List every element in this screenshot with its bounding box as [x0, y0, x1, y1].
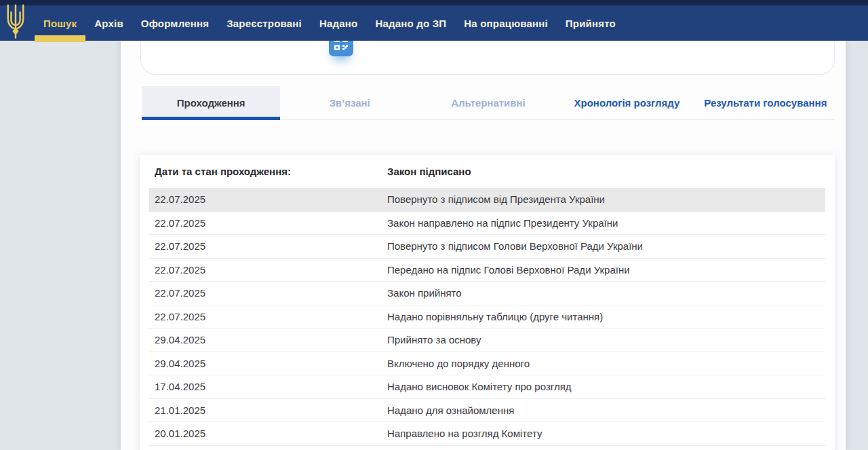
- table-row[interactable]: 29.04.2025Включено до порядку денного: [149, 352, 825, 376]
- table-row[interactable]: 22.07.2025Закон направлено на підпис Пре…: [149, 212, 825, 236]
- nav-item-6[interactable]: На опрацюванні: [455, 5, 557, 41]
- row-status: Закон прийнято: [387, 287, 820, 299]
- row-date: 22.07.2025: [155, 193, 387, 205]
- nav-item-7[interactable]: Прийнято: [557, 5, 625, 41]
- table-row[interactable]: 22.07.2025Закон прийнято: [149, 282, 825, 305]
- nav-item-1[interactable]: Архів: [85, 5, 132, 41]
- row-status: Прийнято за основу: [387, 334, 820, 345]
- nav-item-label: Надано: [319, 18, 357, 29]
- row-date: 22.07.2025: [155, 264, 387, 276]
- tab-label: Альтернативні: [451, 97, 526, 109]
- tab-1[interactable]: Зв’язані: [280, 86, 418, 119]
- table-header-dates: Дати та стан проходження:: [155, 166, 387, 177]
- row-status: Надано порівняльну таблицю (друге читанн…: [387, 311, 820, 322]
- navbar-menu: ПошукАрхівОформленняЗареєстрованіНаданоН…: [35, 5, 625, 41]
- nav-item-label: Зареєстровані: [226, 18, 302, 29]
- table-row[interactable]: 21.01.2025Надано для ознайомлення: [149, 399, 825, 423]
- row-date: 17.04.2025: [155, 381, 387, 392]
- nav-item-2[interactable]: Оформлення: [132, 5, 218, 41]
- row-status: Повернуто з підписом від Президента Укра…: [387, 193, 820, 205]
- table-header-status: Закон підписано: [387, 166, 820, 177]
- table-row[interactable]: 29.04.2025Прийнято за основу: [149, 329, 825, 352]
- tab-4[interactable]: Результати голосування: [696, 86, 835, 119]
- nav-item-0[interactable]: Пошук: [35, 5, 85, 41]
- row-status: Закон направлено на підпис Президенту Ук…: [387, 217, 820, 229]
- tab-label: Проходження: [177, 97, 245, 109]
- nav-item-5[interactable]: Надано до ЗП: [366, 5, 455, 41]
- table-row[interactable]: 22.07.2025Передано на підпис Голові Верх…: [149, 259, 825, 282]
- tab-label: Зв’язані: [329, 97, 370, 109]
- row-status: Передано на підпис Голові Верховної Ради…: [387, 264, 820, 276]
- row-status: Надано висновок Комітету про розгляд: [387, 381, 820, 392]
- active-nav-underline: [35, 35, 85, 42]
- row-date: 22.07.2025: [155, 240, 387, 252]
- tab-label: Хронологія розгляду: [574, 97, 680, 109]
- row-status: Надано для ознайомлення: [387, 405, 820, 416]
- row-date: 29.04.2025: [155, 334, 387, 345]
- tab-3[interactable]: Хронологія розгляду: [557, 86, 696, 119]
- table-row[interactable]: 22.07.2025Повернуто з підписом Голови Ве…: [149, 235, 825, 259]
- row-status: Повернуто з підписом Голови Верховної Ра…: [387, 240, 820, 252]
- tab-0[interactable]: Проходження: [142, 86, 280, 119]
- row-date: 21.01.2025: [155, 405, 387, 416]
- row-status: Включено до порядку денного: [387, 358, 820, 369]
- nav-item-4[interactable]: Надано: [311, 5, 366, 41]
- row-date: 20.01.2025: [155, 428, 387, 439]
- tab-label: Результати голосування: [704, 97, 827, 109]
- row-date: 22.07.2025: [155, 311, 387, 322]
- passage-table: Дати та стан проходження: Закон підписан…: [140, 155, 835, 450]
- table-row[interactable]: 22.07.2025Повернуто з підписом від Прези…: [149, 188, 825, 212]
- nav-item-3[interactable]: Зареєстровані: [218, 5, 311, 41]
- nav-item-label: Архів: [94, 18, 123, 29]
- tab-2[interactable]: Альтернативні: [419, 86, 557, 119]
- nav-item-label: Пошук: [43, 18, 77, 29]
- nav-item-label: Оформлення: [141, 18, 209, 29]
- tab-bar: ПроходженняЗв’язаніАльтернативніХронолог…: [142, 86, 835, 120]
- ukraine-trident-icon[interactable]: [5, 3, 26, 41]
- top-navbar: ПошукАрхівОформленняЗареєстрованіНаданоН…: [0, 0, 868, 41]
- row-date: 22.07.2025: [155, 217, 387, 229]
- row-date: 22.07.2025: [155, 287, 387, 299]
- nav-item-label: Надано до ЗП: [375, 18, 446, 29]
- nav-item-label: На опрацюванні: [464, 18, 548, 29]
- table-row[interactable]: 17.04.2025Надано висновок Комітету про р…: [149, 375, 825, 399]
- table-header: Дати та стан проходження: Закон підписан…: [149, 155, 825, 188]
- table-body: 22.07.2025Повернуто з підписом від Прези…: [149, 188, 825, 446]
- row-status: Направлено на розгляд Комітету: [387, 428, 820, 439]
- row-date: 29.04.2025: [155, 358, 387, 369]
- table-row[interactable]: 22.07.2025Надано порівняльну таблицю (др…: [149, 305, 825, 329]
- table-row[interactable]: 20.01.2025Направлено на розгляд Комітету: [149, 422, 825, 446]
- active-tab-underline: [142, 117, 280, 120]
- nav-item-label: Прийнято: [566, 18, 616, 29]
